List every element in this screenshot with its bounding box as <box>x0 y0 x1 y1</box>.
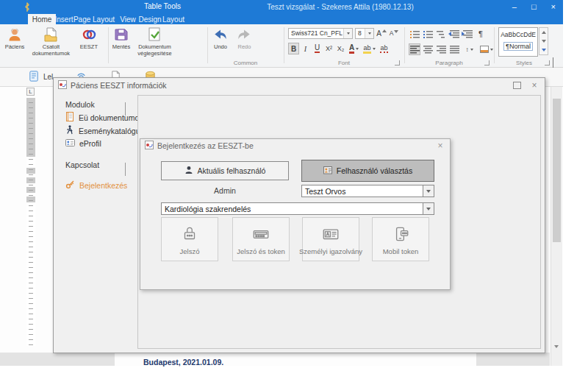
sidebar-item-esemenykatalogus[interactable]: Eseménykatalógus <box>65 125 144 136</box>
font-dialog-launcher-icon[interactable] <box>395 60 400 66</box>
document-footer-text: Budapest, 2021.01.09. <box>143 358 223 367</box>
highlight-button[interactable]: ab <box>362 43 377 54</box>
vertical-scrollbar[interactable] <box>551 87 562 366</box>
text-effects-button[interactable]: ab <box>378 43 390 54</box>
font-size-select[interactable]: 8 <box>355 28 374 39</box>
organization-select[interactable]: Kardiológia szakrendelés <box>161 202 434 215</box>
sidebar-header-kapcsolat: Kapcsolat <box>65 160 99 169</box>
id-badge-icon <box>65 138 75 149</box>
canvas-gap-left <box>0 353 115 366</box>
line-spacing-button[interactable]: ↕ <box>462 43 477 55</box>
paragraph-group-label: Paragraph <box>407 60 491 66</box>
redo-button[interactable]: Redo <box>234 24 254 65</box>
numbering-button[interactable] <box>422 28 434 40</box>
tab-insert[interactable]: Insert <box>51 14 76 24</box>
maximize-button[interactable]: □ <box>531 0 537 14</box>
vertical-ruler[interactable] <box>26 98 35 346</box>
font-color-button[interactable]: A <box>347 43 361 54</box>
canvas-gap-right <box>476 353 550 366</box>
align-right-button[interactable] <box>435 43 447 55</box>
ribbon-tab-row: Home Insert Page Layout View Design Layo… <box>0 14 563 24</box>
choose-user-button[interactable]: Felhasználó választás <box>301 160 434 182</box>
style-scroll-down-icon[interactable] <box>542 40 546 43</box>
decrease-indent-button[interactable] <box>448 28 460 40</box>
subscript-button[interactable]: X₂ <box>335 43 346 54</box>
ribbon-group-paragraph: ¶ ↕ Paragraph <box>407 24 491 67</box>
id-card-icon <box>321 224 340 247</box>
eeszt-dialog-icon <box>58 79 67 92</box>
organization-select-dropdown-icon[interactable] <box>423 203 434 214</box>
tab-layout[interactable]: Layout <box>162 14 185 24</box>
close-button[interactable]: × <box>551 0 556 14</box>
font-size-dropdown-icon[interactable] <box>365 29 373 38</box>
app-window: Teszt vizsgálat - Szekeres Attila (1980.… <box>0 0 563 366</box>
login-dialog-title: Bejelentkezés az EESZT-be <box>157 141 254 150</box>
token-icon <box>251 224 270 247</box>
shrink-font-button[interactable]: A <box>389 27 399 39</box>
user-select[interactable]: Teszt Orvos <box>301 185 434 197</box>
eeszt-button[interactable]: EESZT <box>76 24 102 65</box>
paragraph-dialog-launcher-icon[interactable] <box>484 60 490 66</box>
superscript-button[interactable]: X² <box>323 43 334 54</box>
sidebar-item-eu-dokumentumok[interactable]: Eü dokumentumok <box>65 112 143 123</box>
shading-button[interactable] <box>478 43 494 55</box>
document-check-icon <box>146 26 162 43</box>
tab-page-layout[interactable]: Page Layout <box>74 14 115 24</box>
tab-design[interactable]: Design <box>140 14 160 24</box>
styles-dialog-launcher-icon[interactable] <box>545 60 550 66</box>
style-gallery-more-icon[interactable] <box>542 49 546 52</box>
styles-group-label: Styles <box>497 60 551 66</box>
font-family-dropdown-icon[interactable] <box>343 29 352 38</box>
style-gallery[interactable]: AaBbCcDdE ¶Normal <box>498 27 538 57</box>
scroll-down-icon[interactable] <box>554 348 559 361</box>
underline-button[interactable]: U <box>312 43 323 54</box>
minimize-button[interactable]: – <box>512 0 517 14</box>
current-user-button[interactable]: Aktuális felhasználó <box>161 161 289 180</box>
auth-method-mobile-token-button[interactable]: Mobil token <box>372 217 429 261</box>
group-separator <box>284 27 284 63</box>
auth-method-id-card-button[interactable]: Személyi igazolvány <box>302 217 359 261</box>
login-dialog-titlebar[interactable]: Bejelentkezés az EESZT-be <box>140 139 450 152</box>
eeszt-logo-icon <box>81 26 97 43</box>
finalize-document-button[interactable]: Dokumentum véglegesítése <box>135 24 173 65</box>
attached-documents-button[interactable]: Csatolt dokumentumok <box>29 24 72 65</box>
login-key-icon <box>65 180 75 191</box>
tab-view[interactable]: View <box>116 14 140 24</box>
justify-button[interactable] <box>448 43 460 55</box>
font-group-label: Font <box>287 60 401 66</box>
grow-font-button[interactable]: A <box>376 27 387 39</box>
italic-button[interactable]: I <box>300 43 311 54</box>
style-scroll-up-icon[interactable] <box>542 31 546 34</box>
undo-arrow-icon <box>212 26 229 43</box>
ribbon: Páciens Csatolt dokumentumok EESZT <box>0 24 563 68</box>
eeszt-dialog-maximize-button[interactable] <box>513 82 521 89</box>
contextual-group-label: Table Tools <box>137 2 188 10</box>
sidebar-item-bejelentkezes[interactable]: Bejelentkezés <box>65 180 127 191</box>
sidebar-item-eprofil[interactable]: eProfil <box>65 138 101 149</box>
increase-indent-button[interactable] <box>462 28 473 40</box>
scrollbar-thumb[interactable] <box>553 99 561 242</box>
eeszt-dialog-titlebar[interactable]: Páciens EESZT információk <box>54 78 545 93</box>
show-marks-button[interactable]: ¶ <box>475 28 487 40</box>
toolbar-item-1[interactable]: Lel <box>28 70 53 84</box>
current-user-name-label: Admin <box>161 186 289 195</box>
user-select-dropdown-icon[interactable] <box>423 185 434 197</box>
font-family-select[interactable]: Swiss721 Cn_PFL <box>288 28 353 39</box>
patient-button[interactable]: Páciens <box>3 24 26 65</box>
auth-method-password-button[interactable]: Jelszó <box>161 217 218 261</box>
kapcsolat-collapse-icon[interactable] <box>125 163 126 177</box>
bullets-button[interactable] <box>409 28 420 40</box>
app-titlebar[interactable]: Teszt vizsgálat - Szekeres Attila (1980.… <box>0 0 563 14</box>
tab-stop-selector[interactable]: L <box>26 88 35 96</box>
bold-button[interactable]: B <box>288 43 299 54</box>
group-separator <box>494 27 495 63</box>
login-dialog-close-button[interactable]: × <box>434 140 446 152</box>
ribbon-group-save: Mentés Dokumentum véglegesítése Mentés é… <box>110 24 206 67</box>
align-center-button[interactable] <box>422 43 434 55</box>
multilevel-list-button[interactable] <box>435 28 447 40</box>
eeszt-dialog-close-button[interactable]: × <box>528 79 540 91</box>
align-left-button[interactable] <box>409 43 420 55</box>
undo-button[interactable]: Undo <box>210 24 231 65</box>
auth-method-password-token-button[interactable]: Jelszó és token <box>232 217 290 261</box>
save-button[interactable]: Mentés <box>110 24 132 65</box>
